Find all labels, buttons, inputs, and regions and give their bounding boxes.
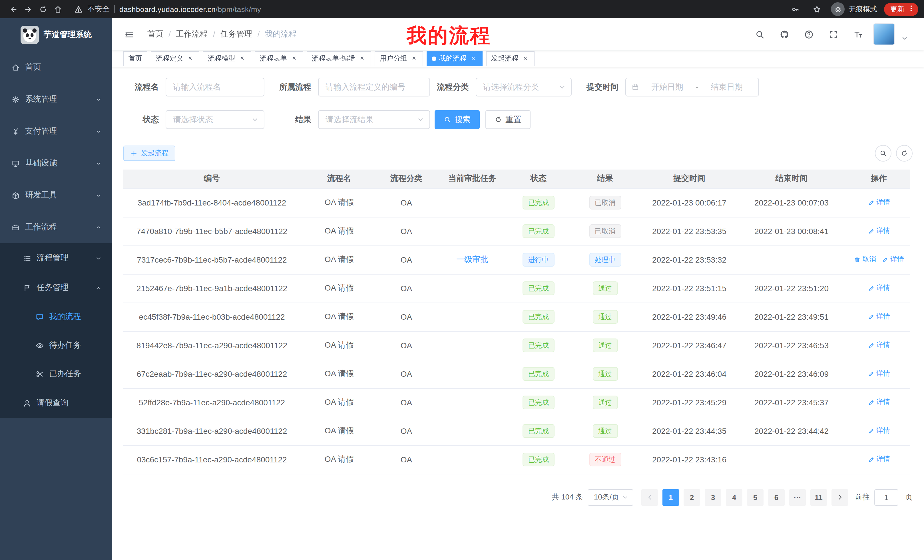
font-size-icon[interactable] bbox=[849, 25, 867, 43]
browser-menu-icon[interactable] bbox=[907, 4, 915, 14]
close-icon[interactable]: × bbox=[186, 54, 194, 63]
task-link[interactable]: 一级审批 bbox=[456, 255, 488, 264]
tab-4[interactable]: 流程表单-编辑× bbox=[307, 51, 371, 66]
search-toggle-button[interactable] bbox=[875, 145, 891, 162]
page-button-5[interactable]: 6 bbox=[768, 489, 784, 506]
sidebar-item-7[interactable]: 任务管理 bbox=[0, 273, 112, 302]
close-icon[interactable]: × bbox=[470, 54, 477, 63]
sidebar-item-8[interactable]: 我的流程 bbox=[0, 302, 112, 331]
detail-link[interactable]: 详情 bbox=[868, 369, 890, 379]
detail-link[interactable]: 详情 bbox=[868, 226, 890, 236]
tab-2[interactable]: 流程模型× bbox=[203, 51, 251, 66]
sidebar-item-10[interactable]: 已办任务 bbox=[0, 359, 112, 388]
cell-task bbox=[435, 417, 510, 445]
close-icon[interactable]: × bbox=[238, 54, 246, 63]
sidebar-item-1[interactable]: 系统管理 bbox=[0, 83, 112, 115]
process-name-input[interactable]: 请输入流程名 bbox=[166, 78, 264, 96]
tab-3[interactable]: 流程表单× bbox=[255, 51, 303, 66]
github-icon[interactable] bbox=[775, 25, 793, 43]
sidebar-item-9[interactable]: 待办任务 bbox=[0, 331, 112, 359]
tab-1[interactable]: 流程定义× bbox=[151, 51, 199, 66]
chat-icon bbox=[35, 313, 44, 321]
cell-status: 已完成 bbox=[510, 189, 567, 217]
avatar[interactable] bbox=[873, 23, 895, 45]
search-button[interactable]: 搜索 bbox=[435, 110, 480, 129]
tab-7[interactable]: 发起流程× bbox=[486, 51, 534, 66]
sidebar-item-label: 基础设施 bbox=[25, 158, 57, 168]
help-icon[interactable] bbox=[800, 25, 818, 43]
tab-0[interactable]: 首页 bbox=[123, 51, 147, 66]
sidebar-item-0[interactable]: 首页 bbox=[0, 51, 112, 83]
definition-input[interactable]: 请输入流程定义的编号 bbox=[318, 78, 430, 96]
start-process-button[interactable]: 发起流程 bbox=[123, 145, 176, 161]
close-icon[interactable]: × bbox=[410, 54, 418, 63]
close-icon[interactable]: × bbox=[290, 54, 298, 63]
back-button[interactable] bbox=[6, 2, 21, 16]
cell-end-time: 2022-01-23 00:08:41 bbox=[735, 217, 848, 246]
category-select[interactable]: 请选择流程分类 bbox=[476, 78, 572, 96]
page-button-2[interactable]: 3 bbox=[705, 489, 721, 506]
close-icon[interactable]: × bbox=[521, 54, 530, 63]
hamburger-icon[interactable] bbox=[120, 25, 138, 43]
detail-link[interactable]: 详情 bbox=[868, 455, 890, 464]
tab-5[interactable]: 用户分组× bbox=[375, 51, 423, 66]
password-key-icon[interactable] bbox=[788, 2, 802, 16]
detail-link[interactable]: 详情 bbox=[868, 198, 890, 208]
bookmark-star-icon[interactable] bbox=[809, 2, 824, 16]
next-page-button[interactable] bbox=[831, 489, 848, 506]
page-button-7[interactable]: 11 bbox=[810, 489, 827, 506]
cell-category: OA bbox=[378, 274, 435, 302]
address-bar[interactable]: 不安全 dashboard.yudao.iocoder.cn/bpm/task/… bbox=[74, 4, 261, 14]
goto-page-input[interactable] bbox=[874, 489, 898, 506]
detail-link[interactable]: 详情 bbox=[868, 426, 890, 436]
cell-actions: 详情 bbox=[848, 302, 910, 331]
update-button[interactable]: 更新 bbox=[884, 3, 918, 16]
sidebar-item-3[interactable]: 基础设施 bbox=[0, 147, 112, 179]
tab-6[interactable]: 我的流程× bbox=[427, 51, 483, 66]
date-range-input[interactable]: 开始日期 - 结束日期 bbox=[626, 78, 759, 96]
page-button-4[interactable]: 5 bbox=[747, 489, 764, 506]
cell-task bbox=[435, 274, 510, 302]
result-select[interactable]: 请选择流结果 bbox=[318, 110, 430, 129]
cell-name: OA 请假 bbox=[300, 246, 378, 274]
detail-link[interactable]: 详情 bbox=[868, 312, 890, 322]
cell-submit-time: 2022-01-22 23:45:29 bbox=[643, 388, 735, 417]
table-row-6: 67c2eaab-7b9a-11ec-a290-acde48001122OA 请… bbox=[123, 359, 910, 388]
refresh-button[interactable] bbox=[896, 145, 913, 162]
forward-button[interactable] bbox=[21, 2, 35, 16]
app-logo[interactable]: 芋道管理系统 bbox=[0, 18, 112, 51]
status-select[interactable]: 请选择状态 bbox=[166, 110, 264, 129]
detail-link[interactable]: 详情 bbox=[868, 340, 890, 350]
close-icon[interactable]: × bbox=[358, 54, 366, 63]
breadcrumb-item-1[interactable]: 工作流程 bbox=[176, 29, 208, 39]
breadcrumb-item-0[interactable]: 首页 bbox=[147, 29, 164, 39]
cell-category: OA bbox=[378, 388, 435, 417]
sidebar-item-6[interactable]: 流程管理 bbox=[0, 243, 112, 273]
reload-button[interactable] bbox=[35, 2, 50, 16]
prev-page-button[interactable] bbox=[641, 489, 658, 506]
column-header-5: 结果 bbox=[567, 169, 643, 189]
page-button-1[interactable]: 2 bbox=[684, 489, 700, 506]
sidebar-item-11[interactable]: 请假查询 bbox=[0, 388, 112, 418]
fullscreen-icon[interactable] bbox=[824, 25, 842, 43]
sidebar-item-label: 首页 bbox=[25, 62, 41, 72]
detail-link[interactable]: 详情 bbox=[868, 398, 890, 407]
page-button-0[interactable]: 1 bbox=[663, 489, 679, 506]
cancel-link[interactable]: 取消 bbox=[854, 255, 876, 265]
sidebar-item-label: 系统管理 bbox=[25, 94, 57, 105]
sidebar-item-2[interactable]: 支付管理 bbox=[0, 115, 112, 147]
detail-link[interactable]: 详情 bbox=[868, 283, 890, 293]
page-button-3[interactable]: 4 bbox=[726, 489, 742, 506]
page-size-select[interactable]: 10条/页 bbox=[588, 489, 633, 506]
table-row-7: 52ffd28e-7b9a-11ec-a290-acde48001122OA 请… bbox=[123, 388, 910, 417]
search-icon[interactable] bbox=[750, 25, 769, 43]
reset-button[interactable]: 重置 bbox=[485, 110, 531, 129]
detail-link[interactable]: 详情 bbox=[882, 255, 904, 265]
caret-down-icon[interactable] bbox=[901, 35, 908, 42]
home-button[interactable] bbox=[50, 2, 65, 16]
cell-end-time: 2022-01-22 23:46:09 bbox=[735, 359, 848, 388]
breadcrumb-item-2[interactable]: 任务管理 bbox=[220, 29, 252, 39]
sidebar-item-4[interactable]: 研发工具 bbox=[0, 179, 112, 211]
page-button-6[interactable]: ··· bbox=[789, 489, 806, 506]
sidebar-item-5[interactable]: 工作流程 bbox=[0, 211, 112, 243]
